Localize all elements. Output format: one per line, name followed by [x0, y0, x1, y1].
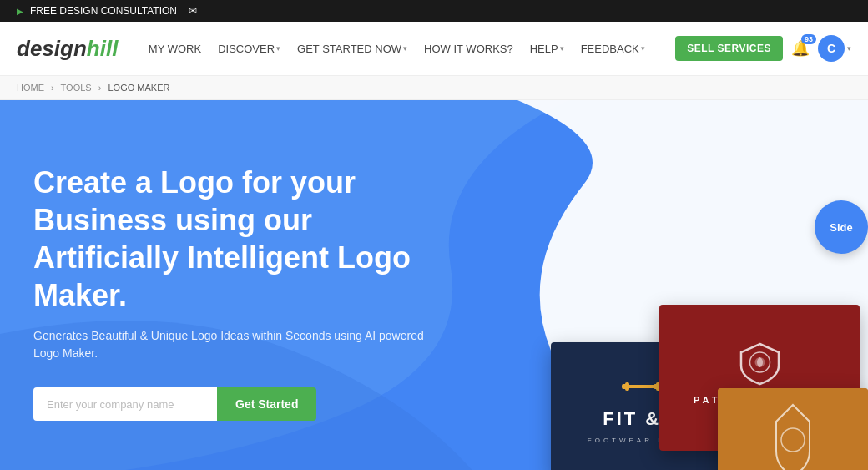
breadcrumb-tools[interactable]: TOOLS [61, 83, 92, 93]
nav-get-started[interactable]: GET STARTED NOW ▾ [290, 38, 414, 60]
svg-rect-3 [629, 385, 656, 388]
dumbbell-icon [622, 375, 664, 402]
breadcrumb-current: LOGO MAKER [108, 83, 169, 93]
breadcrumb-sep: › [51, 83, 54, 93]
breadcrumb: HOME › TOOLS › LOGO MAKER [0, 76, 868, 100]
nav-how-it-works[interactable]: HOW IT WORKS? [417, 38, 520, 60]
get-started-button[interactable]: Get Started [217, 387, 316, 421]
mail-icon: ✉ [189, 5, 197, 17]
breadcrumb-home[interactable]: HOME [17, 83, 44, 93]
chevron-down-icon: ▾ [276, 44, 280, 53]
chevron-down-icon: ▾ [641, 44, 645, 53]
nav-discover[interactable]: DISCOVER ▾ [211, 38, 287, 60]
company-name-input[interactable] [33, 387, 217, 421]
breadcrumb-sep-2: › [98, 83, 102, 93]
nav-right: SELL SERVICES 🔔 93 C ▾ [675, 35, 851, 62]
site-logo[interactable]: designhill [17, 36, 118, 62]
chevron-down-icon: ▾ [847, 44, 851, 53]
side-button[interactable]: Side [815, 200, 868, 254]
nav-links: MY WORK DISCOVER ▾ GET STARTED NOW ▾ HOW… [142, 38, 652, 60]
nav-help[interactable]: HELP ▾ [523, 38, 571, 60]
nav-feedback[interactable]: FEEDBACK ▾ [574, 38, 652, 60]
hero-section: Create a Logo for your Business using ou… [0, 100, 868, 470]
chevron-down-icon: ▾ [403, 44, 407, 53]
notification-bell[interactable]: 🔔 93 [791, 39, 810, 58]
hero-form: Get Started [33, 387, 426, 421]
nav-my-work[interactable]: MY WORK [142, 38, 208, 60]
svg-rect-8 [718, 388, 868, 470]
hero-content: Create a Logo for your Business using ou… [0, 122, 459, 462]
svg-rect-2 [625, 382, 629, 391]
avatar[interactable]: C [818, 35, 845, 62]
sell-services-button[interactable]: SELL SERVICES [675, 36, 783, 61]
play-icon: ▶ [17, 7, 23, 16]
shield-icon [737, 341, 783, 387]
logo-card-third [718, 388, 868, 470]
hero-title: Create a Logo for your Business using ou… [33, 164, 426, 314]
chevron-down-icon: ▾ [560, 44, 564, 53]
navbar: designhill MY WORK DISCOVER ▾ GET STARTE… [0, 22, 868, 76]
user-menu[interactable]: C ▾ [818, 35, 851, 62]
top-bar: ▶ FREE DESIGN CONSULTATION ✉ [0, 0, 868, 22]
notification-badge: 93 [801, 34, 816, 44]
consultation-text: FREE DESIGN CONSULTATION [30, 5, 177, 17]
hero-subtitle: Generates Beautiful & Unique Logo Ideas … [33, 327, 426, 362]
